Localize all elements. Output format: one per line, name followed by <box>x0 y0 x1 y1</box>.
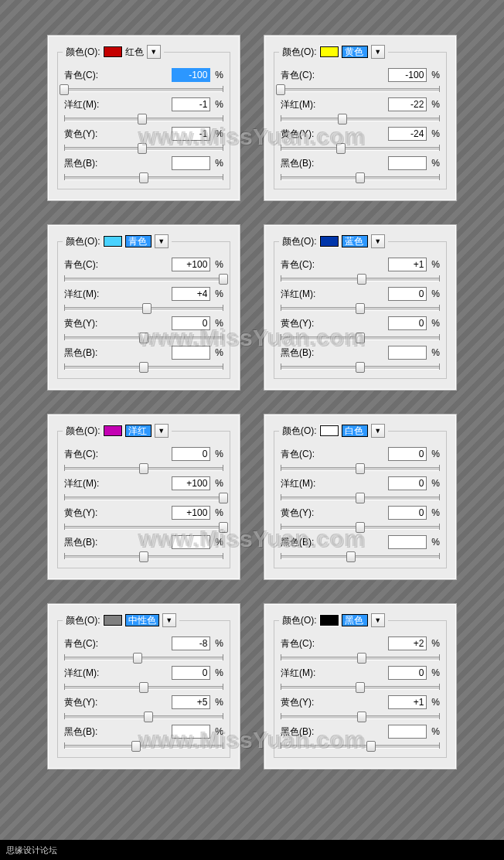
slider-thumb[interactable] <box>219 274 228 285</box>
color-dropdown-button[interactable]: ▼ <box>162 613 176 627</box>
cyan-slider[interactable] <box>281 85 440 93</box>
slider-thumb[interactable] <box>139 463 148 474</box>
magenta-value-input[interactable] <box>172 97 210 111</box>
slider-thumb[interactable] <box>138 114 147 125</box>
cyan-value-input[interactable] <box>172 447 210 461</box>
slider-thumb[interactable] <box>139 362 148 373</box>
cyan-value-input[interactable] <box>172 68 210 82</box>
slider-thumb[interactable] <box>131 741 141 752</box>
slider-thumb[interactable] <box>356 333 365 343</box>
slider-thumb[interactable] <box>356 362 365 373</box>
color-dropdown-button[interactable]: ▼ <box>371 424 385 438</box>
slider-thumb[interactable] <box>276 84 285 95</box>
yellow-value-input[interactable] <box>172 506 210 520</box>
black-value-input[interactable] <box>388 535 427 549</box>
slider-thumb[interactable] <box>133 653 142 664</box>
slider-thumb[interactable] <box>142 303 152 314</box>
slider-thumb[interactable] <box>357 653 366 664</box>
magenta-value-input[interactable] <box>388 97 427 111</box>
magenta-slider[interactable] <box>281 683 440 691</box>
magenta-slider[interactable] <box>64 304 223 312</box>
black-slider[interactable] <box>281 173 440 181</box>
yellow-slider[interactable] <box>281 523 440 531</box>
yellow-value-input[interactable] <box>172 316 210 330</box>
yellow-slider[interactable] <box>64 523 223 531</box>
black-slider[interactable] <box>281 742 440 749</box>
yellow-slider[interactable] <box>64 333 223 341</box>
slider-thumb[interactable] <box>144 712 153 722</box>
cyan-slider[interactable] <box>64 464 223 472</box>
yellow-value-input[interactable] <box>388 506 427 520</box>
slider-thumb[interactable] <box>60 84 69 95</box>
black-value-input[interactable] <box>172 725 210 739</box>
cyan-slider[interactable] <box>281 464 440 472</box>
black-slider[interactable] <box>64 742 223 749</box>
magenta-slider[interactable] <box>64 114 223 122</box>
slider-thumb[interactable] <box>356 463 365 474</box>
yellow-slider[interactable] <box>281 712 440 720</box>
black-value-input[interactable] <box>172 346 210 360</box>
magenta-slider[interactable] <box>281 493 440 501</box>
slider-thumb[interactable] <box>219 493 228 503</box>
yellow-value-input[interactable] <box>388 316 427 330</box>
slider-thumb[interactable] <box>366 741 376 752</box>
slider-thumb[interactable] <box>357 274 366 285</box>
cyan-value-input[interactable] <box>388 68 427 82</box>
slider-thumb[interactable] <box>356 493 365 503</box>
black-slider[interactable] <box>64 552 223 560</box>
black-slider[interactable] <box>281 363 440 370</box>
slider-thumb[interactable] <box>139 172 148 183</box>
slider-thumb[interactable] <box>219 522 228 533</box>
black-value-input[interactable] <box>388 156 427 170</box>
cyan-slider[interactable] <box>281 654 440 661</box>
yellow-slider[interactable] <box>64 712 223 720</box>
slider-thumb[interactable] <box>356 303 365 314</box>
color-dropdown-button[interactable]: ▼ <box>155 424 169 438</box>
yellow-slider[interactable] <box>64 144 223 152</box>
color-dropdown-button[interactable]: ▼ <box>371 234 385 248</box>
black-value-input[interactable] <box>388 725 427 739</box>
cyan-value-input[interactable] <box>388 258 427 271</box>
slider-thumb[interactable] <box>139 551 148 562</box>
magenta-slider[interactable] <box>64 493 223 501</box>
black-slider[interactable] <box>281 552 440 560</box>
cyan-slider[interactable] <box>64 275 223 282</box>
slider-thumb[interactable] <box>336 143 346 154</box>
yellow-slider[interactable] <box>281 333 440 341</box>
cyan-slider[interactable] <box>64 85 223 93</box>
black-slider[interactable] <box>64 363 223 370</box>
slider-thumb[interactable] <box>139 682 148 693</box>
slider-thumb[interactable] <box>139 333 148 343</box>
magenta-slider[interactable] <box>281 304 440 312</box>
slider-thumb[interactable] <box>357 712 366 722</box>
magenta-value-input[interactable] <box>172 666 210 680</box>
black-value-input[interactable] <box>172 156 210 170</box>
yellow-value-input[interactable] <box>388 695 427 709</box>
yellow-value-input[interactable] <box>172 127 210 141</box>
color-dropdown-button[interactable]: ▼ <box>371 613 385 627</box>
slider-thumb[interactable] <box>356 522 365 533</box>
magenta-slider[interactable] <box>64 683 223 691</box>
color-dropdown-button[interactable]: ▼ <box>371 45 385 59</box>
slider-thumb[interactable] <box>138 143 147 154</box>
magenta-value-input[interactable] <box>172 287 210 301</box>
color-dropdown-button[interactable]: ▼ <box>147 45 161 59</box>
cyan-value-input[interactable] <box>172 258 210 271</box>
magenta-value-input[interactable] <box>388 287 427 301</box>
slider-thumb[interactable] <box>356 172 365 183</box>
cyan-slider[interactable] <box>64 654 223 661</box>
cyan-value-input[interactable] <box>388 636 427 650</box>
slider-thumb[interactable] <box>346 551 356 562</box>
slider-thumb[interactable] <box>356 682 365 693</box>
cyan-slider[interactable] <box>281 275 440 282</box>
black-slider[interactable] <box>64 173 223 181</box>
black-value-input[interactable] <box>388 346 427 360</box>
magenta-slider[interactable] <box>281 114 440 122</box>
magenta-value-input[interactable] <box>172 476 210 490</box>
slider-thumb[interactable] <box>338 114 347 125</box>
black-value-input[interactable] <box>172 535 210 549</box>
cyan-value-input[interactable] <box>388 447 427 461</box>
color-dropdown-button[interactable]: ▼ <box>155 234 169 248</box>
magenta-value-input[interactable] <box>388 476 427 490</box>
yellow-value-input[interactable] <box>388 127 427 141</box>
